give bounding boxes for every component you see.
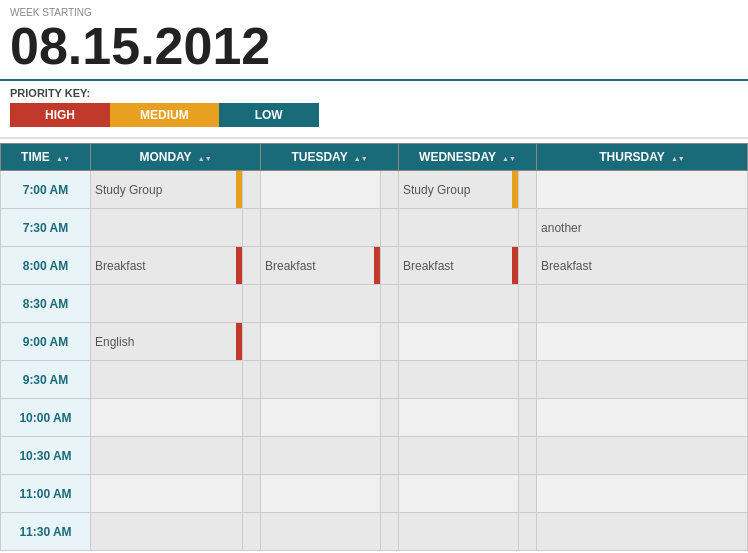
tuesday-filter-col	[381, 323, 399, 361]
monday-filter-col	[243, 323, 261, 361]
wednesday-cell[interactable]	[399, 475, 519, 513]
time-cell: 9:30 AM	[1, 361, 91, 399]
monday-filter-col	[243, 247, 261, 285]
table-row: 10:30 AM	[1, 437, 748, 475]
table-row: 11:30 AM	[1, 513, 748, 551]
monday-cell[interactable]	[91, 513, 243, 551]
wednesday-cell[interactable]	[399, 513, 519, 551]
wednesday-filter-col	[519, 513, 537, 551]
table-row: 7:30 AManother	[1, 209, 748, 247]
monday-cell[interactable]: English	[91, 323, 243, 361]
time-cell: 8:30 AM	[1, 285, 91, 323]
thursday-cell[interactable]	[537, 399, 748, 437]
monday-filter-col	[243, 171, 261, 209]
time-cell: 11:30 AM	[1, 513, 91, 551]
wednesday-filter-col	[519, 247, 537, 285]
tuesday-cell[interactable]	[261, 361, 381, 399]
priority-medium: MEDIUM	[110, 103, 219, 127]
time-cell: 9:00 AM	[1, 323, 91, 361]
wednesday-filter-col	[519, 323, 537, 361]
monday-cell[interactable]	[91, 475, 243, 513]
tuesday-filter-col	[381, 209, 399, 247]
monday-cell[interactable]	[91, 285, 243, 323]
priority-section: PRIORITY KEY: HIGH MEDIUM LOW	[0, 81, 748, 133]
time-filter-icon[interactable]: ▲▼	[56, 155, 70, 162]
monday-filter-col	[243, 209, 261, 247]
time-cell: 7:30 AM	[1, 209, 91, 247]
thursday-cell[interactable]	[537, 475, 748, 513]
wednesday-filter-col	[519, 475, 537, 513]
table-row: 7:00 AMStudy GroupStudy Group	[1, 171, 748, 209]
time-cell: 10:00 AM	[1, 399, 91, 437]
tuesday-cell[interactable]	[261, 399, 381, 437]
monday-filter-col	[243, 361, 261, 399]
col-wednesday-header: WEDNESDAY ▲▼	[399, 144, 537, 171]
thursday-cell[interactable]	[537, 437, 748, 475]
wednesday-filter-col	[519, 171, 537, 209]
wednesday-filter-col	[519, 209, 537, 247]
monday-cell[interactable]	[91, 437, 243, 475]
monday-filter-col	[243, 285, 261, 323]
wednesday-cell[interactable]: Breakfast	[399, 247, 519, 285]
thursday-cell[interactable]	[537, 171, 748, 209]
tuesday-filter-col	[381, 399, 399, 437]
monday-filter-col	[243, 513, 261, 551]
wednesday-filter-icon[interactable]: ▲▼	[502, 155, 516, 162]
wednesday-cell[interactable]	[399, 285, 519, 323]
tuesday-filter-col	[381, 475, 399, 513]
time-cell: 8:00 AM	[1, 247, 91, 285]
priority-keys: HIGH MEDIUM LOW	[10, 103, 738, 127]
table-row: 8:00 AMBreakfastBreakfastBreakfastBreakf…	[1, 247, 748, 285]
header-row: TIME ▲▼ MONDAY ▲▼ TUESDAY ▲▼ WEDNESDAY ▲…	[1, 144, 748, 171]
wednesday-cell[interactable]	[399, 399, 519, 437]
tuesday-filter-col	[381, 171, 399, 209]
monday-filter-col	[243, 475, 261, 513]
thursday-cell[interactable]: another	[537, 209, 748, 247]
thursday-cell[interactable]	[537, 323, 748, 361]
monday-cell[interactable]	[91, 361, 243, 399]
tuesday-cell[interactable]	[261, 323, 381, 361]
tuesday-filter-col	[381, 513, 399, 551]
divider	[0, 137, 748, 139]
table-row: 11:00 AM	[1, 475, 748, 513]
monday-cell[interactable]	[91, 399, 243, 437]
thursday-cell[interactable]	[537, 285, 748, 323]
tuesday-filter-col	[381, 247, 399, 285]
wednesday-cell[interactable]: Study Group	[399, 171, 519, 209]
thursday-filter-icon[interactable]: ▲▼	[671, 155, 685, 162]
wednesday-cell[interactable]	[399, 209, 519, 247]
tuesday-cell[interactable]	[261, 171, 381, 209]
tuesday-cell[interactable]	[261, 285, 381, 323]
monday-filter-col	[243, 399, 261, 437]
tuesday-cell[interactable]	[261, 437, 381, 475]
wednesday-cell[interactable]	[399, 361, 519, 399]
col-time-header: TIME ▲▼	[1, 144, 91, 171]
thursday-cell[interactable]	[537, 361, 748, 399]
wednesday-filter-col	[519, 285, 537, 323]
wednesday-filter-col	[519, 399, 537, 437]
monday-cell[interactable]	[91, 209, 243, 247]
table-row: 9:00 AMEnglish	[1, 323, 748, 361]
tuesday-cell[interactable]	[261, 209, 381, 247]
table-row: 8:30 AM	[1, 285, 748, 323]
tuesday-filter-col	[381, 285, 399, 323]
tuesday-filter-col	[381, 361, 399, 399]
thursday-cell[interactable]	[537, 513, 748, 551]
priority-low: LOW	[219, 103, 319, 127]
tuesday-cell[interactable]: Breakfast	[261, 247, 381, 285]
monday-filter-col	[243, 437, 261, 475]
wednesday-filter-col	[519, 437, 537, 475]
time-cell: 7:00 AM	[1, 171, 91, 209]
tuesday-cell[interactable]	[261, 513, 381, 551]
monday-cell[interactable]: Study Group	[91, 171, 243, 209]
time-cell: 11:00 AM	[1, 475, 91, 513]
tuesday-filter-icon[interactable]: ▲▼	[354, 155, 368, 162]
tuesday-cell[interactable]	[261, 475, 381, 513]
wednesday-cell[interactable]	[399, 437, 519, 475]
table-row: 9:30 AM	[1, 361, 748, 399]
wednesday-filter-col	[519, 361, 537, 399]
wednesday-cell[interactable]	[399, 323, 519, 361]
monday-cell[interactable]: Breakfast	[91, 247, 243, 285]
monday-filter-icon[interactable]: ▲▼	[198, 155, 212, 162]
thursday-cell[interactable]: Breakfast	[537, 247, 748, 285]
